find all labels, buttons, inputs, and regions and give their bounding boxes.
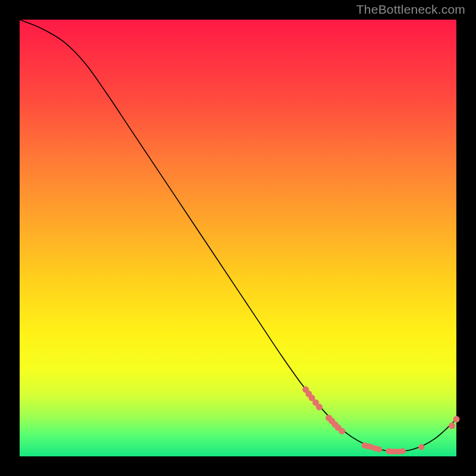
- data-point-marker: [316, 404, 322, 411]
- data-point-marker: [449, 422, 455, 429]
- bottleneck-curve: [20, 20, 456, 452]
- chart-svg: [20, 20, 456, 456]
- data-point-marker: [376, 446, 382, 452]
- data-point-marker: [400, 448, 406, 454]
- attribution-label: TheBottleneck.com: [356, 2, 465, 17]
- plot-area: [20, 20, 456, 456]
- data-point-marker: [453, 416, 460, 422]
- chart-container: TheBottleneck.com: [0, 0, 476, 476]
- marker-layer: [302, 386, 459, 455]
- data-point-marker: [339, 428, 345, 434]
- data-point-marker: [418, 444, 424, 450]
